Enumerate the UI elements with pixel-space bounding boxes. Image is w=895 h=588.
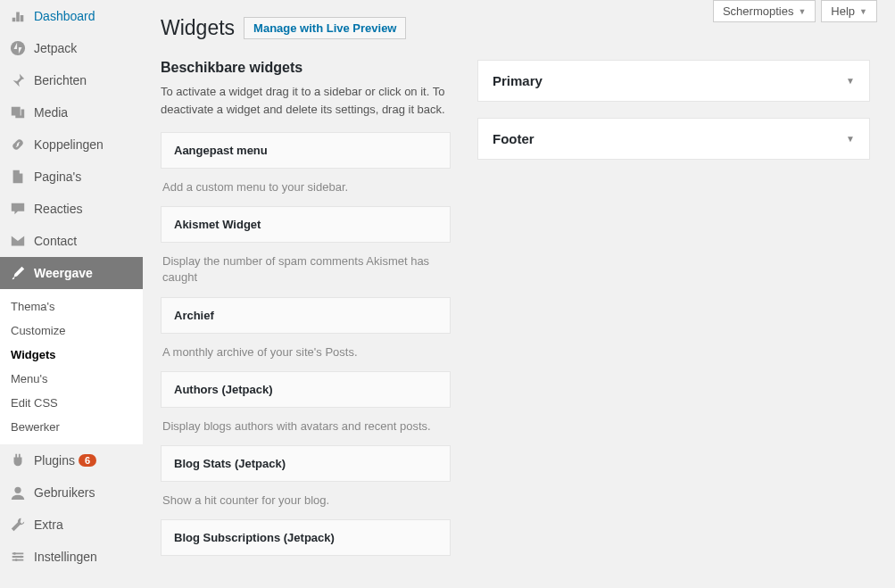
sidebar-item-label: Gebruikers bbox=[34, 485, 95, 500]
admin-sidebar: Dashboard Jetpack Berichten Media Koppel… bbox=[0, 0, 143, 588]
submenu-item-customize[interactable]: Customize bbox=[0, 319, 143, 343]
sidebar-item-label: Weergave bbox=[34, 266, 93, 280]
sidebar-item-label: Pagina's bbox=[34, 170, 81, 184]
main-content: Schermopties ▼ Help ▼ Widgets Manage wit… bbox=[143, 0, 895, 588]
chevron-down-icon: ▼ bbox=[846, 134, 855, 144]
widget-area-footer[interactable]: Footer ▼ bbox=[477, 118, 870, 160]
sidebar-item-posts[interactable]: Berichten bbox=[0, 64, 143, 96]
widget-title: Authors (Jetpack) bbox=[174, 383, 437, 396]
widget-title: Archief bbox=[174, 309, 437, 322]
widget-title: Akismet Widget bbox=[174, 218, 437, 231]
brush-icon bbox=[9, 264, 27, 282]
media-icon bbox=[9, 104, 27, 121]
plugin-count-badge: 6 bbox=[79, 454, 96, 467]
sidebar-item-tools[interactable]: Extra bbox=[0, 509, 143, 541]
page-title: Widgets bbox=[161, 16, 235, 40]
submenu-item-editcss[interactable]: Edit CSS bbox=[0, 391, 143, 415]
svg-point-0 bbox=[11, 41, 25, 55]
sidebar-item-media[interactable]: Media bbox=[0, 96, 143, 128]
sidebar-item-label: Dashboard bbox=[34, 9, 95, 23]
sidebar-item-label: Berichten bbox=[34, 73, 87, 87]
widget-item[interactable]: Blog Stats (Jetpack) bbox=[161, 445, 451, 482]
sidebar-item-label: Plugins bbox=[34, 453, 75, 468]
sidebar-item-pages[interactable]: Pagina's bbox=[0, 161, 143, 193]
button-label: Help bbox=[831, 4, 855, 18]
settings-icon bbox=[9, 548, 27, 566]
pin-icon bbox=[9, 71, 27, 89]
widget-item[interactable]: Blog Subscriptions (Jetpack) bbox=[161, 519, 451, 556]
available-widgets-description: To activate a widget drag it to a sideba… bbox=[161, 83, 451, 118]
widget-item[interactable]: Authors (Jetpack) bbox=[161, 371, 451, 408]
link-icon bbox=[9, 136, 27, 153]
screen-options-button[interactable]: Schermopties ▼ bbox=[713, 0, 816, 22]
plugin-icon bbox=[9, 451, 27, 469]
manage-live-preview-button[interactable]: Manage with Live Preview bbox=[244, 17, 406, 39]
chevron-down-icon: ▼ bbox=[846, 76, 855, 86]
submenu-item-themes[interactable]: Thema's bbox=[0, 294, 143, 319]
available-widgets-heading: Beschikbare widgets bbox=[161, 60, 451, 76]
widget-area-title: Primary bbox=[493, 73, 543, 88]
sidebar-item-users[interactable]: Gebruikers bbox=[0, 476, 143, 509]
widget-area-title: Footer bbox=[493, 131, 535, 146]
wrench-icon bbox=[9, 516, 27, 534]
chevron-down-icon: ▼ bbox=[798, 7, 806, 16]
widget-area-primary[interactable]: Primary ▼ bbox=[477, 60, 870, 102]
sidebar-item-label: Reacties bbox=[34, 202, 82, 216]
sidebar-item-contact[interactable]: Contact bbox=[0, 225, 143, 257]
sidebar-item-jetpack[interactable]: Jetpack bbox=[0, 32, 143, 64]
sidebar-item-label: Contact bbox=[34, 234, 77, 248]
appearance-submenu: Thema's Customize Widgets Menu's Edit CS… bbox=[0, 289, 143, 444]
dashboard-icon bbox=[9, 7, 27, 25]
widget-item[interactable]: Akismet Widget bbox=[161, 206, 451, 243]
widget-item[interactable]: Aangepast menu bbox=[161, 132, 451, 169]
widget-title: Blog Stats (Jetpack) bbox=[174, 457, 437, 470]
sidebar-item-label: Koppelingen bbox=[34, 137, 104, 152]
widget-title: Aangepast menu bbox=[174, 144, 437, 157]
widget-description: Display the number of spam comments Akis… bbox=[161, 243, 451, 296]
widget-item[interactable]: Archief bbox=[161, 297, 451, 334]
submenu-item-menus[interactable]: Menu's bbox=[0, 367, 143, 391]
sidebar-item-comments[interactable]: Reacties bbox=[0, 193, 143, 225]
user-icon bbox=[9, 484, 27, 501]
available-widgets-column: Beschikbare widgets To activate a widget… bbox=[161, 60, 451, 556]
sidebar-item-appearance[interactable]: Weergave bbox=[0, 257, 143, 289]
page-icon bbox=[9, 168, 27, 186]
widget-areas-column: Primary ▼ Footer ▼ bbox=[477, 60, 870, 556]
help-button[interactable]: Help ▼ bbox=[821, 0, 877, 22]
svg-point-3 bbox=[20, 556, 22, 559]
button-label: Schermopties bbox=[723, 4, 793, 18]
sidebar-item-dashboard[interactable]: Dashboard bbox=[0, 0, 143, 32]
top-toolbar: Schermopties ▼ Help ▼ bbox=[713, 0, 877, 22]
jetpack-icon bbox=[9, 39, 27, 57]
sidebar-item-plugins[interactable]: Plugins 6 bbox=[0, 444, 143, 476]
sidebar-item-links[interactable]: Koppelingen bbox=[0, 128, 143, 161]
sidebar-item-settings[interactable]: Instellingen bbox=[0, 541, 143, 573]
widget-description: Add a custom menu to your sidebar. bbox=[161, 169, 451, 206]
widget-description: Show a hit counter for your blog. bbox=[161, 482, 451, 519]
sidebar-item-label: Extra bbox=[34, 518, 63, 532]
mail-icon bbox=[9, 232, 27, 250]
sidebar-item-label: Media bbox=[34, 105, 68, 120]
comment-icon bbox=[9, 200, 27, 218]
submenu-item-widgets[interactable]: Widgets bbox=[0, 343, 143, 367]
svg-point-4 bbox=[15, 559, 18, 561]
chevron-down-icon: ▼ bbox=[859, 7, 867, 16]
widget-description: A monthly archive of your site's Posts. bbox=[161, 334, 451, 371]
sidebar-item-label: Jetpack bbox=[34, 41, 77, 55]
submenu-item-editor[interactable]: Bewerker bbox=[0, 415, 143, 439]
widget-title: Blog Subscriptions (Jetpack) bbox=[174, 531, 437, 544]
sidebar-item-label: Instellingen bbox=[34, 550, 97, 564]
svg-point-2 bbox=[13, 552, 16, 555]
widget-description: Display blogs authors with avatars and r… bbox=[161, 408, 451, 445]
svg-point-1 bbox=[14, 487, 21, 493]
